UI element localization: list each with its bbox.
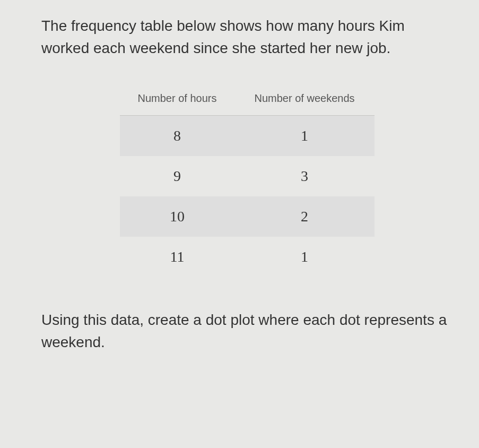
cell-weekends: 3 [235,156,375,196]
cell-weekends: 1 [235,237,375,277]
cell-hours: 9 [120,156,235,196]
cell-weekends: 2 [235,196,375,237]
frequency-table-wrapper: Number of hours Number of weekends 8 1 9… [41,86,452,277]
problem-instruction: Using this data, create a dot plot where… [41,309,452,354]
cell-weekends: 1 [235,116,375,157]
frequency-table: Number of hours Number of weekends 8 1 9… [120,86,375,277]
table-row: 10 2 [120,196,375,237]
table-row: 8 1 [120,116,375,157]
cell-hours: 10 [120,196,235,237]
table-header-hours: Number of hours [120,86,235,116]
table-header-weekends: Number of weekends [235,86,375,116]
cell-hours: 11 [120,237,235,277]
cell-hours: 8 [120,116,235,157]
problem-intro: The frequency table below shows how many… [41,15,452,59]
table-row: 9 3 [120,156,375,196]
table-row: 11 1 [120,237,375,277]
